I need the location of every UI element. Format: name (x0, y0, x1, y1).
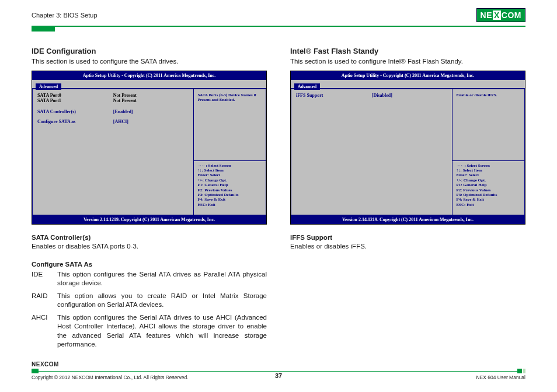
footer-logo: NEXCOM (32, 361, 59, 368)
bios-settings-pane: iFFS Support [Disabled] (291, 89, 452, 215)
logo-text-left: NE (481, 10, 492, 20)
left-column: IDE Configuration This section is used t… (32, 47, 267, 353)
bios-setting-value: Not Present (113, 93, 189, 98)
bios-setting-value: Not Present (113, 98, 189, 103)
bios-body: iFFS Support [Disabled] Enable or disabl… (291, 88, 525, 215)
bios-key-hint: +/-: Change Opt. (197, 178, 262, 183)
content: IDE Configuration This section is used t… (0, 32, 557, 353)
bios-title: Aptio Setup Utility - Copyright (C) 2011… (32, 71, 266, 80)
bios-keys-help: →←: Select Screen↑↓: Select ItemEnter: S… (194, 161, 266, 215)
bios-setting-label: SATA Port1 (37, 98, 113, 103)
bios-setting-row: iFFS Support [Disabled] (296, 93, 447, 98)
bios-key-hint: Enter: Select (456, 173, 521, 177)
logo-text-x: X (493, 10, 501, 20)
bios-help-pane: Enable or disable iFFS. →←: Select Scree… (452, 89, 525, 215)
bios-setting-value: [AHCI] (113, 119, 189, 124)
section-desc-iffs: This section is used to configure Intel®… (290, 58, 525, 65)
bios-key-hint: F4: Save & Exit (197, 197, 262, 202)
nexcom-logo: NEXCOM (476, 8, 525, 22)
bios-key-hint: Enter: Select (197, 173, 262, 177)
bios-key-hint: →←: Select Screen (197, 163, 262, 168)
option-desc: This option configures the Serial ATA dr… (57, 313, 267, 349)
option-key: AHCI (32, 313, 57, 349)
right-column: Intel® Fast Flash Standy This section is… (290, 47, 525, 353)
footer-copyright: Copyright © 2012 NEXCOM International Co… (32, 374, 188, 380)
section-title-ide: IDE Configuration (32, 47, 267, 55)
header-rule (32, 26, 525, 27)
section-desc-ide: This section is used to configure the SA… (32, 58, 267, 65)
bios-setting-value: [Disabled] (372, 93, 448, 98)
bios-tabbar: Advanced (32, 80, 266, 88)
logo-text-right: COM (502, 10, 521, 20)
bios-footer: Version 2.14.1219. Copyright (C) 2011 Am… (32, 215, 266, 224)
bios-setting-row: SATA Controller(s) [Enabled] (37, 109, 189, 114)
bios-help-text: SATA Ports (0-3) Device Names if Present… (194, 89, 266, 161)
sub-desc-iffs-support: Enables or disables iFFS. (290, 242, 525, 251)
bios-setting-row: SATA Port1 Not Present (37, 98, 189, 103)
sub-title-sata-controller: SATA Controller(s) (32, 234, 267, 241)
bios-key-hint: F4: Save & Exit (456, 197, 521, 202)
footer-accent-right2 (523, 369, 525, 373)
bios-key-hint: ↑↓: Select Item (197, 168, 262, 173)
bios-setting-value: [Enabled] (113, 109, 189, 114)
header-tab-accent (32, 27, 55, 32)
bios-key-hint: ESC: Exit (197, 202, 262, 207)
bios-setting-row: Configure SATA as [AHCI] (37, 119, 189, 124)
bios-panel-iffs: Aptio Setup Utility - Copyright (C) 2011… (290, 71, 525, 225)
bios-setting-row: SATA Port0 Not Present (37, 93, 189, 98)
bios-key-hint: +/-: Change Opt. (456, 178, 521, 183)
footer-accent-right (517, 369, 522, 373)
sub-title-iffs-support: iFFS Support (290, 234, 525, 241)
bios-tabbar: Advanced (291, 80, 525, 88)
page-footer: NEXCOM Copyright © 2012 NEXCOM Internati… (32, 361, 525, 380)
bios-setting-label: SATA Controller(s) (37, 109, 113, 114)
option-desc: This option configures the Serial ATA dr… (57, 270, 267, 288)
configure-sata-options: IDE This option configures the Serial AT… (32, 270, 267, 349)
bios-key-hint: ↑↓: Select Item (456, 168, 521, 173)
footer-rule (32, 369, 525, 373)
bios-key-hint: F2: Previous Values (197, 188, 262, 192)
option-row: RAID This option allows you to create RA… (32, 292, 267, 310)
bios-key-hint: ESC: Exit (456, 202, 521, 207)
bios-settings-pane: SATA Port0 Not Present SATA Port1 Not Pr… (32, 89, 194, 215)
section-title-iffs: Intel® Fast Flash Standy (290, 47, 525, 55)
bios-key-hint: →←: Select Screen (456, 163, 521, 168)
sub-desc-sata-controller: Enables or disables SATA ports 0-3. (32, 242, 267, 251)
option-row: AHCI This option configures the Serial A… (32, 313, 267, 349)
sub-title-configure-sata: Configure SATA As (32, 261, 267, 268)
bios-setting-label: Configure SATA as (37, 119, 113, 124)
option-key: IDE (32, 270, 57, 288)
bios-key-hint: F1: General Help (456, 183, 521, 187)
option-row: IDE This option configures the Serial AT… (32, 270, 267, 288)
bios-help-text: Enable or disable iFFS. (452, 89, 525, 161)
option-desc: This option allows you to create RAID or… (57, 292, 267, 310)
bios-title: Aptio Setup Utility - Copyright (C) 2011… (291, 71, 525, 80)
bios-help-pane: SATA Ports (0-3) Device Names if Present… (194, 89, 266, 215)
option-key: RAID (32, 292, 57, 310)
bios-key-hint: F2: Previous Values (456, 188, 521, 192)
bios-body: SATA Port0 Not Present SATA Port1 Not Pr… (32, 88, 266, 215)
bios-key-hint: F3: Optimized Defaults (197, 192, 262, 197)
footer-manual: NEX 604 User Manual (476, 374, 525, 380)
bios-keys-help: →←: Select Screen↑↓: Select ItemEnter: S… (452, 161, 525, 215)
bios-setting-label: iFFS Support (296, 93, 372, 98)
bios-key-hint: F1: General Help (197, 183, 262, 187)
bios-key-hint: F3: Optimized Defaults (456, 192, 521, 197)
bios-panel-ide: Aptio Setup Utility - Copyright (C) 2011… (32, 71, 267, 225)
bios-footer: Version 2.14.1219. Copyright (C) 2011 Am… (291, 215, 525, 224)
footer-accent-left (32, 369, 39, 373)
chapter-title: Chapter 3: BIOS Setup (32, 12, 98, 19)
bios-setting-label: SATA Port0 (37, 93, 113, 98)
page-header: Chapter 3: BIOS Setup NEXCOM (0, 0, 557, 24)
